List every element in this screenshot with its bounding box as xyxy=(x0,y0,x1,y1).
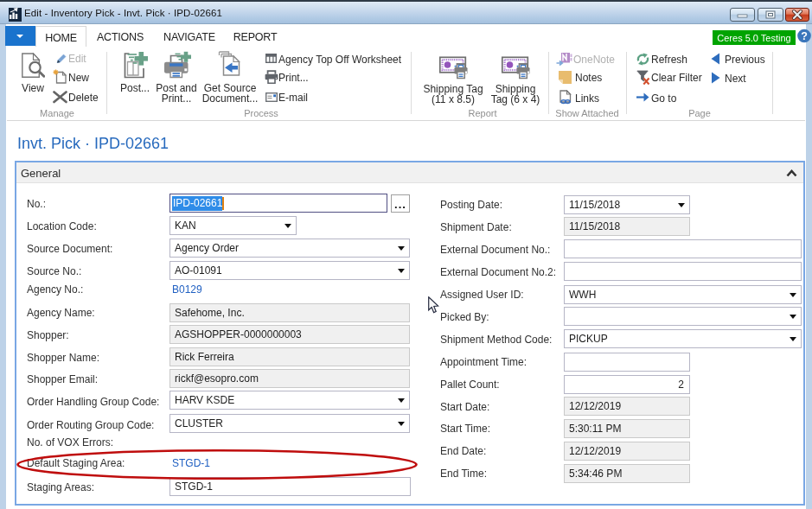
svg-text:?: ? xyxy=(801,30,808,42)
